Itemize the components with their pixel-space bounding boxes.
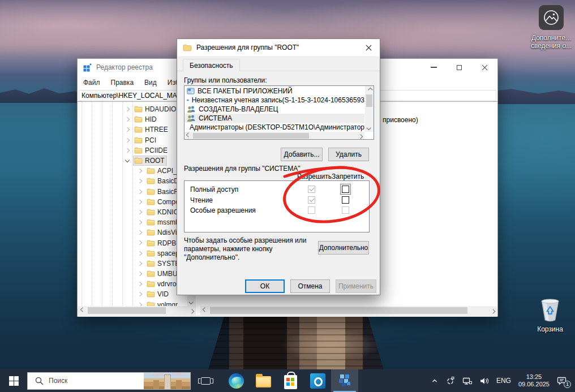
tray-network[interactable] xyxy=(461,374,473,387)
start-button[interactable] xyxy=(0,369,27,392)
tree-item-VID[interactable]: VID xyxy=(78,289,187,299)
tree-item-spacep[interactable]: spacep xyxy=(78,248,187,259)
groups-vertical-scrollbar[interactable] xyxy=(365,86,374,132)
tree-item-Compo[interactable]: Compo xyxy=(78,197,187,207)
chevron-collapsed-icon[interactable] xyxy=(138,282,142,286)
desktop: Дополните... сведения о... Корзина xyxy=(0,0,575,392)
taskbar-app-outlook[interactable] xyxy=(304,369,331,392)
chevron-collapsed-icon[interactable] xyxy=(138,179,142,183)
chevron-collapsed-icon[interactable] xyxy=(138,251,142,255)
tree-item-HDAUDIO[interactable]: HDAUDIO xyxy=(78,104,187,114)
tree-item-BasicRe[interactable]: BasicRe xyxy=(78,187,187,197)
chevron-collapsed-icon[interactable] xyxy=(138,220,142,225)
tree-item-label: mssmb xyxy=(157,218,179,226)
tree-item-HTREE[interactable]: HTREE xyxy=(78,124,187,135)
maximize-button[interactable] xyxy=(447,59,472,76)
tray-status-icon[interactable] xyxy=(445,374,456,387)
close-button[interactable] xyxy=(472,59,497,76)
tree-item-KDNIC[interactable]: KDNIC xyxy=(78,207,187,217)
chevron-collapsed-icon[interactable] xyxy=(125,127,130,132)
minimize-button[interactable] xyxy=(421,59,447,76)
tree-item-label: HID xyxy=(145,115,157,123)
group-list-item[interactable]: Неизвестная учетная запись(S-1-15-3-1024… xyxy=(185,96,364,105)
taskbar-app-regedit[interactable] xyxy=(331,369,358,392)
chevron-collapsed-icon[interactable] xyxy=(138,292,142,296)
chevron-collapsed-icon[interactable] xyxy=(138,210,142,214)
deny-checkbox[interactable] xyxy=(342,186,349,193)
desktop-icon-recycle-bin[interactable]: Корзина xyxy=(526,298,574,333)
tray-volume[interactable] xyxy=(478,374,490,387)
menu-item-Правка[interactable]: Правка xyxy=(111,79,134,87)
chevron-collapsed-icon[interactable] xyxy=(138,169,142,173)
chevron-collapsed-icon[interactable] xyxy=(125,148,130,153)
chevron-collapsed-icon[interactable] xyxy=(125,137,130,142)
ok-button[interactable]: ОК xyxy=(245,279,285,293)
group-list-item[interactable]: ВСЕ ПАКЕТЫ ПРИЛОЖЕНИЙ xyxy=(185,87,364,96)
clock[interactable]: 13:25 09.06.2025 xyxy=(517,371,551,390)
permissions-list: Полный доступЧтениеОсобые разрешения xyxy=(184,180,370,232)
groups-list[interactable]: ВСЕ ПАКЕТЫ ПРИЛОЖЕНИЙ Неизвестная учетна… xyxy=(184,85,374,140)
remove-button[interactable]: Удалить xyxy=(328,148,369,161)
tree-item-BasicDi[interactable]: BasicDi xyxy=(78,176,187,186)
dialog-close-button[interactable] xyxy=(357,39,380,56)
chevron-expanded-icon[interactable] xyxy=(125,158,130,162)
tree-item-ROOT[interactable]: ROOT xyxy=(78,156,187,166)
taskbar-app-store[interactable] xyxy=(277,369,304,392)
tree-item-PCI[interactable]: PCI xyxy=(78,135,187,145)
tree-item-RDPBU[interactable]: RDPBU xyxy=(78,238,187,248)
group-list-item[interactable]: Администраторы (DESKTOP-D52TM1O\Админист… xyxy=(185,123,364,132)
chevron-collapsed-icon[interactable] xyxy=(138,199,142,204)
folder-icon xyxy=(134,147,143,154)
chevron-collapsed-icon[interactable] xyxy=(138,240,142,245)
chevron-collapsed-icon[interactable] xyxy=(138,302,142,306)
sync-circle-icon xyxy=(446,376,455,385)
allow-column-header: Разрешить xyxy=(297,173,329,180)
folder-icon xyxy=(147,167,155,174)
tree-item-ACPI_H[interactable]: ACPI_H xyxy=(78,166,187,176)
search-input[interactable]: Поиск xyxy=(27,372,191,390)
chevron-collapsed-icon[interactable] xyxy=(125,117,130,122)
deny-checkbox[interactable] xyxy=(342,196,349,204)
cancel-button[interactable]: Отмена xyxy=(290,279,330,293)
tree-horizontal-scrollbar[interactable] xyxy=(78,306,196,315)
window-icon xyxy=(187,96,189,104)
values-horizontal-scrollbar[interactable] xyxy=(200,306,497,315)
groups-horizontal-scrollbar[interactable] xyxy=(184,132,364,139)
tree-item-PCIIDE[interactable]: PCIIDE xyxy=(78,145,187,156)
desktop-icon-info[interactable]: Дополните... сведения о... xyxy=(527,5,575,50)
apps-icon xyxy=(187,87,195,95)
chevron-collapsed-icon[interactable] xyxy=(138,261,142,266)
tree-item-UMBUS[interactable]: UMBUS xyxy=(78,269,187,279)
language-indicator[interactable]: ENG xyxy=(495,374,512,387)
chevron-collapsed-icon[interactable] xyxy=(125,107,130,111)
tree-item-NdisVir[interactable]: NdisVir xyxy=(78,227,187,238)
taskbar-app-explorer[interactable] xyxy=(250,369,277,392)
group-list-item[interactable]: СИСТЕМА xyxy=(185,114,364,123)
tab-security[interactable]: Безопасность xyxy=(183,59,240,72)
group-list-item[interactable]: СОЗДАТЕЛЬ-ВЛАДЕЛЕЦ xyxy=(185,105,364,114)
add-button[interactable]: Добавить... xyxy=(281,148,323,161)
regedit-icon xyxy=(337,373,352,389)
tree-rows: HDAUDIO HID HTREE PCI PCIIDE ROOT ACPI_H… xyxy=(78,104,187,306)
tray-expand-chevron[interactable] xyxy=(430,374,440,387)
regedit-app-icon xyxy=(83,63,92,72)
chevron-collapsed-icon[interactable] xyxy=(138,230,142,235)
advanced-button[interactable]: Дополнительно xyxy=(318,241,369,255)
chevron-collapsed-icon[interactable] xyxy=(138,272,142,276)
tree-item-HID[interactable]: HID xyxy=(78,114,187,124)
tree-item-SYSTEM[interactable]: SYSTEM xyxy=(78,259,187,269)
menu-item-Файл[interactable]: Файл xyxy=(83,79,100,87)
menu-item-Вид[interactable]: Вид xyxy=(144,79,157,87)
taskbar-app-edge[interactable] xyxy=(222,369,250,392)
notification-center-button[interactable]: 1 xyxy=(556,374,568,387)
tree-item-vdrvroc[interactable]: vdrvroc xyxy=(78,279,187,289)
notification-badge: 1 xyxy=(564,381,571,388)
taskbar-app-task-view[interactable] xyxy=(192,369,219,392)
chevron-collapsed-icon[interactable] xyxy=(138,189,142,193)
tree-item-volmgr[interactable]: volmgr xyxy=(78,300,187,306)
permission-name: Чтение xyxy=(190,196,213,204)
dialog-titlebar[interactable]: Разрешения для группы "ROOT" xyxy=(177,39,380,56)
desktop-icon-label: сведения о... xyxy=(527,42,575,50)
tree-item-label: VID xyxy=(157,290,169,298)
tree-item-mssmb[interactable]: mssmb xyxy=(78,217,187,227)
